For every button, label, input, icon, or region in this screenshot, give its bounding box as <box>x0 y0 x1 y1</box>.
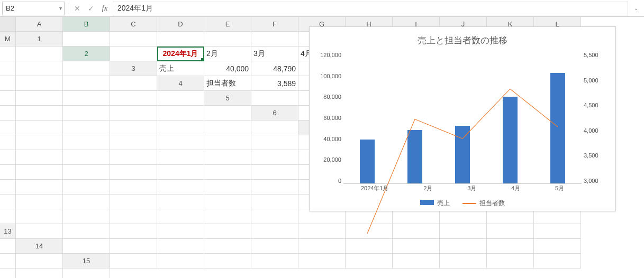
cell[interactable]: 担当者数 <box>204 76 251 91</box>
cell[interactable] <box>157 180 204 194</box>
cell[interactable] <box>16 121 63 135</box>
cell[interactable] <box>110 150 157 165</box>
cell[interactable] <box>251 135 298 150</box>
cell[interactable] <box>157 165 204 180</box>
cell[interactable] <box>110 194 157 209</box>
cell[interactable] <box>204 180 251 194</box>
fx-icon[interactable]: fx <box>99 3 111 14</box>
cell[interactable] <box>0 165 16 180</box>
check-icon[interactable]: ✓ <box>85 3 97 14</box>
cell[interactable] <box>298 209 346 224</box>
cell[interactable]: 40,000 <box>204 61 251 76</box>
cell[interactable]: 2月 <box>204 47 251 61</box>
cell[interactable] <box>298 254 346 268</box>
cell[interactable] <box>16 194 63 209</box>
cell[interactable] <box>16 76 63 91</box>
cell[interactable] <box>16 91 63 106</box>
cell[interactable] <box>251 121 298 135</box>
row-header[interactable]: 4 <box>157 76 204 91</box>
cell[interactable] <box>0 91 16 106</box>
cell[interactable] <box>16 61 63 76</box>
cell[interactable] <box>0 150 16 165</box>
cell[interactable] <box>204 150 251 165</box>
formula-input[interactable]: 2024年1月 <box>113 2 628 15</box>
select-all-corner[interactable] <box>0 17 16 32</box>
cell[interactable] <box>16 106 63 121</box>
cell[interactable] <box>63 180 110 194</box>
cell[interactable] <box>204 32 251 47</box>
cell[interactable] <box>251 32 298 47</box>
cell[interactable] <box>63 121 110 135</box>
row-header[interactable]: 5 <box>204 91 251 106</box>
cell[interactable]: 3月 <box>251 47 298 61</box>
cell[interactable] <box>157 135 204 150</box>
cell[interactable] <box>16 165 63 180</box>
cell[interactable]: 48,790 <box>251 61 298 76</box>
cell[interactable] <box>16 224 63 239</box>
cell[interactable] <box>251 165 298 180</box>
cell[interactable] <box>110 239 157 254</box>
expand-formula-bar-icon[interactable]: ⌄ <box>630 5 642 11</box>
cell[interactable] <box>110 180 157 194</box>
cell[interactable] <box>16 254 63 268</box>
chart[interactable]: 売上と担当者数の推移 120,000100,00080,00060,00040,… <box>309 26 616 211</box>
cell[interactable] <box>204 135 251 150</box>
cell[interactable] <box>63 61 110 76</box>
cell[interactable] <box>0 135 16 150</box>
cell[interactable] <box>63 209 110 224</box>
cell[interactable] <box>157 91 204 106</box>
cell[interactable] <box>110 254 157 268</box>
cell[interactable] <box>0 268 16 278</box>
row-header[interactable]: 3 <box>110 61 157 76</box>
cell[interactable] <box>204 209 251 224</box>
cell[interactable]: 売上 <box>157 61 204 76</box>
row-header[interactable]: 14 <box>16 239 63 254</box>
cell[interactable] <box>63 194 110 209</box>
cell[interactable] <box>0 254 16 268</box>
cell[interactable] <box>157 150 204 165</box>
cell[interactable] <box>204 121 251 135</box>
cell[interactable] <box>16 180 63 194</box>
cell[interactable] <box>16 135 63 150</box>
cell[interactable] <box>16 150 63 165</box>
cell[interactable] <box>110 224 157 239</box>
cell[interactable] <box>204 254 251 268</box>
cell[interactable] <box>251 180 298 194</box>
cell[interactable] <box>298 239 346 254</box>
cell[interactable] <box>0 76 16 91</box>
cell[interactable] <box>63 224 110 239</box>
cell[interactable] <box>157 209 204 224</box>
column-header[interactable]: M <box>0 32 16 47</box>
name-box[interactable]: B2 ▾ <box>2 2 65 15</box>
cell[interactable] <box>110 76 157 91</box>
cell[interactable] <box>16 268 63 278</box>
cell[interactable] <box>63 135 110 150</box>
cell[interactable] <box>110 91 157 106</box>
cell[interactable] <box>157 121 204 135</box>
cell[interactable] <box>63 150 110 165</box>
cell[interactable] <box>0 61 16 76</box>
cell[interactable] <box>157 194 204 209</box>
column-header[interactable]: E <box>204 17 251 32</box>
cell[interactable] <box>157 239 204 254</box>
row-header[interactable]: 1 <box>16 32 63 47</box>
cell[interactable] <box>0 180 16 194</box>
row-header[interactable]: 13 <box>0 224 16 239</box>
cell[interactable] <box>63 76 110 91</box>
cell[interactable] <box>110 135 157 150</box>
row-header[interactable]: 6 <box>251 106 298 121</box>
cell[interactable] <box>110 209 157 224</box>
column-header[interactable]: D <box>157 17 204 32</box>
cell[interactable] <box>110 32 157 47</box>
cell[interactable] <box>157 224 204 239</box>
row-header[interactable]: 2 <box>63 47 110 61</box>
cell[interactable] <box>157 32 204 47</box>
cell[interactable] <box>251 91 298 106</box>
cell[interactable] <box>251 150 298 165</box>
cell[interactable] <box>251 239 298 254</box>
cell[interactable] <box>63 268 110 278</box>
cell[interactable] <box>204 194 251 209</box>
cell[interactable] <box>0 239 16 254</box>
cell[interactable] <box>251 194 298 209</box>
chevron-down-icon[interactable]: ▾ <box>59 5 62 11</box>
